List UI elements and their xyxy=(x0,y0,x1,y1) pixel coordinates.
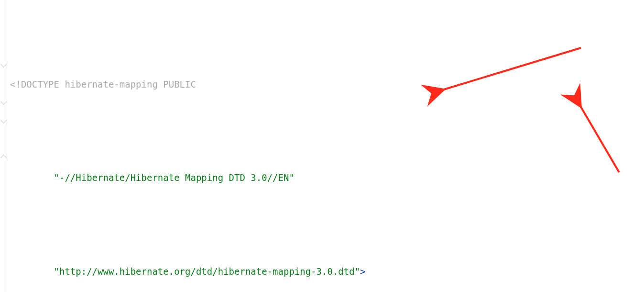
code-line: "-//Hibernate/Hibernate Mapping DTD 3.0/… xyxy=(10,168,644,187)
doctype-fpi: "-//Hibernate/Hibernate Mapping DTD 3.0/… xyxy=(54,172,295,183)
code-area[interactable]: <!DOCTYPE hibernate-mapping PUBLIC "-//H… xyxy=(7,0,644,292)
code-line: <!DOCTYPE hibernate-mapping PUBLIC xyxy=(10,75,644,94)
code-line: "http://www.hibernate.org/dtd/hibernate-… xyxy=(10,262,644,281)
doctype-partial: <!DOCTYPE hibernate-mapping PUBLIC xyxy=(10,79,196,90)
code-editor[interactable]: <!DOCTYPE hibernate-mapping PUBLIC "-//H… xyxy=(0,0,644,292)
doctype-close: > xyxy=(360,266,365,277)
fold-icon[interactable] xyxy=(0,155,7,161)
fold-icon[interactable] xyxy=(0,61,7,67)
gutter xyxy=(0,0,7,292)
arrow-to-schema xyxy=(580,105,619,172)
fold-icon[interactable] xyxy=(0,99,7,105)
annotation-arrows xyxy=(7,0,644,292)
doctype-uri: "http://www.hibernate.org/dtd/hibernate-… xyxy=(54,266,360,277)
fold-icon[interactable] xyxy=(0,117,7,124)
